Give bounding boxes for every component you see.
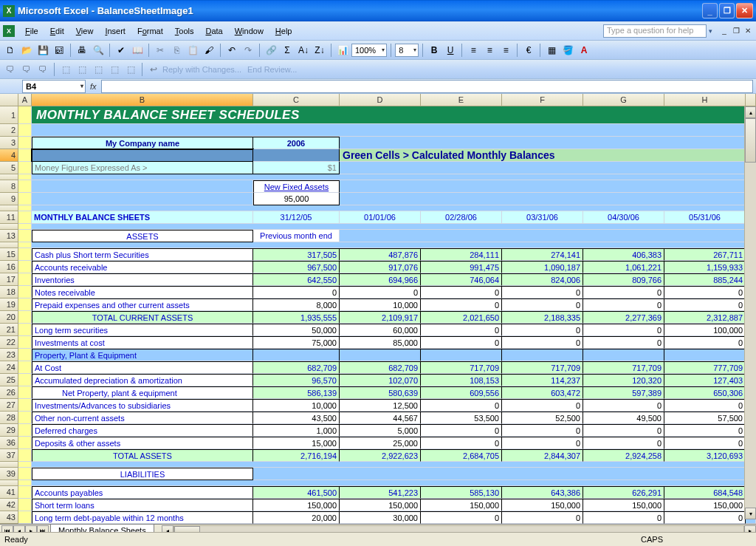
col-header-c[interactable]: C [253, 94, 340, 106]
spreadsheet-grid[interactable]: A B C D E F G H 1 MONTHLY BALANCE SHEET … [0, 94, 756, 524]
cell[interactable] [18, 286, 32, 298]
cell[interactable] [18, 205, 32, 211]
row-label[interactable]: Deferred charges [32, 424, 253, 437]
vertical-scrollbar[interactable]: ▴ ▾ [744, 106, 756, 519]
data-cell[interactable]: 127,403 [664, 374, 746, 386]
formula-bar[interactable] [101, 80, 753, 93]
row-header[interactable]: 26 [0, 386, 18, 399]
row-header[interactable]: 39 [0, 468, 18, 480]
data-cell[interactable]: 0 [421, 286, 502, 298]
row-header[interactable]: 3 [0, 137, 18, 149]
scroll-down-icon[interactable]: ▾ [745, 508, 756, 519]
data-cell[interactable]: 746,064 [421, 273, 502, 286]
row-label[interactable]: Property, Plant & Equipment [32, 349, 253, 361]
data-cell[interactable]: 150,000 [253, 499, 340, 511]
data-cell[interactable]: 15,000 [253, 437, 340, 449]
permission-icon[interactable]: 🗟 [52, 43, 66, 58]
row-header[interactable] [0, 224, 18, 230]
data-cell[interactable]: 0 [421, 336, 502, 349]
cell[interactable] [18, 336, 32, 349]
data-cell[interactable]: 0 [664, 286, 746, 298]
doc-minimize-button[interactable]: _ [719, 26, 729, 36]
cell[interactable] [18, 242, 32, 248]
data-cell[interactable]: 0 [664, 336, 746, 349]
row-header[interactable]: 5 [0, 162, 18, 174]
data-cell[interactable]: 2,277,369 [583, 311, 664, 324]
data-cell[interactable] [583, 349, 664, 361]
row-header[interactable]: 17 [0, 273, 18, 286]
name-box[interactable]: B4 [22, 80, 86, 93]
row-header[interactable]: 19 [0, 298, 18, 311]
row-header[interactable]: 29 [0, 424, 18, 437]
cell[interactable] [18, 399, 32, 412]
cell[interactable] [32, 205, 756, 211]
data-cell[interactable]: 150,000 [583, 499, 664, 511]
endreview-label[interactable]: End Review... [247, 65, 297, 74]
cell[interactable] [18, 499, 32, 511]
review5-icon[interactable]: ⬚ [75, 62, 89, 77]
row-header[interactable]: 15 [0, 248, 18, 261]
menu-window[interactable]: Window [229, 24, 269, 38]
data-cell[interactable]: 2,924,258 [583, 449, 664, 462]
copy-icon[interactable]: ⎘ [169, 43, 184, 58]
money-label[interactable]: Money Figures Expressed As > [32, 162, 253, 174]
data-cell[interactable]: 102,070 [340, 374, 421, 386]
money-val[interactable]: $1 [253, 162, 340, 174]
paste-icon[interactable]: 📋 [185, 43, 200, 58]
data-cell[interactable]: 2,716,194 [253, 449, 340, 462]
row-label[interactable]: Accounts payables [32, 486, 253, 499]
data-cell[interactable]: 43,500 [253, 412, 340, 424]
data-cell[interactable]: 0 [502, 298, 583, 311]
row-header[interactable] [0, 480, 18, 486]
cell[interactable] [18, 174, 32, 180]
data-cell[interactable]: 2,188,335 [502, 311, 583, 324]
data-cell[interactable]: 406,383 [583, 248, 664, 261]
row-label[interactable]: TOTAL ASSETS [32, 449, 253, 462]
help-search-input[interactable]: Type a question for help [603, 24, 707, 38]
data-cell[interactable]: 0 [502, 399, 583, 412]
cell[interactable] [340, 180, 756, 193]
bold-icon[interactable]: B [427, 43, 441, 58]
year-cell[interactable]: 2006 [253, 137, 340, 149]
data-cell[interactable]: 274,141 [502, 248, 583, 261]
review7-icon[interactable]: ⬚ [107, 62, 122, 77]
review8-icon[interactable]: ⬚ [123, 62, 138, 77]
row-label[interactable]: Investments/Advances to subsidiaries [32, 399, 253, 412]
menu-data[interactable]: Data [199, 24, 228, 38]
data-cell[interactable]: 12,500 [340, 399, 421, 412]
review3-icon[interactable]: 🗨 [35, 62, 50, 77]
cell[interactable] [253, 468, 756, 480]
data-cell[interactable]: 0 [502, 336, 583, 349]
cell[interactable] [18, 486, 32, 499]
cell[interactable] [18, 511, 32, 524]
row-label[interactable]: Investments at cost [32, 336, 253, 349]
data-cell[interactable]: 52,500 [502, 412, 583, 424]
data-cell[interactable]: 0 [583, 437, 664, 449]
data-cell[interactable]: 603,472 [502, 386, 583, 399]
data-cell[interactable]: 650,306 [664, 386, 746, 399]
col-header-g[interactable]: G [583, 94, 664, 106]
data-cell[interactable]: 2,021,650 [421, 311, 502, 324]
cell[interactable] [253, 149, 340, 162]
section-label[interactable]: MONTHLY BALANCE SHEETS [32, 211, 253, 224]
data-cell[interactable]: 0 [502, 437, 583, 449]
data-cell[interactable]: 150,000 [502, 499, 583, 511]
data-cell[interactable]: 0 [502, 511, 583, 524]
row-label[interactable]: Long term securities [32, 324, 253, 336]
data-cell[interactable]: 917,076 [340, 261, 421, 273]
row-label[interactable]: Cash plus Short term Securities [32, 248, 253, 261]
align-center-icon[interactable]: ≡ [482, 43, 497, 58]
data-cell[interactable]: 541,223 [340, 486, 421, 499]
review4-icon[interactable]: ⬚ [58, 62, 73, 77]
fontsize-combo[interactable]: 8 [395, 44, 419, 57]
data-cell[interactable]: 0 [421, 424, 502, 437]
data-cell[interactable]: 0 [502, 424, 583, 437]
data-cell[interactable]: 626,291 [583, 486, 664, 499]
row-header[interactable]: 1 [0, 106, 18, 124]
cell[interactable] [18, 162, 32, 174]
underline-icon[interactable]: U [443, 43, 458, 58]
data-cell[interactable] [664, 349, 746, 361]
cell[interactable] [18, 480, 32, 486]
new-icon[interactable]: 🗋 [3, 43, 18, 58]
col-header-d[interactable]: D [340, 94, 421, 106]
